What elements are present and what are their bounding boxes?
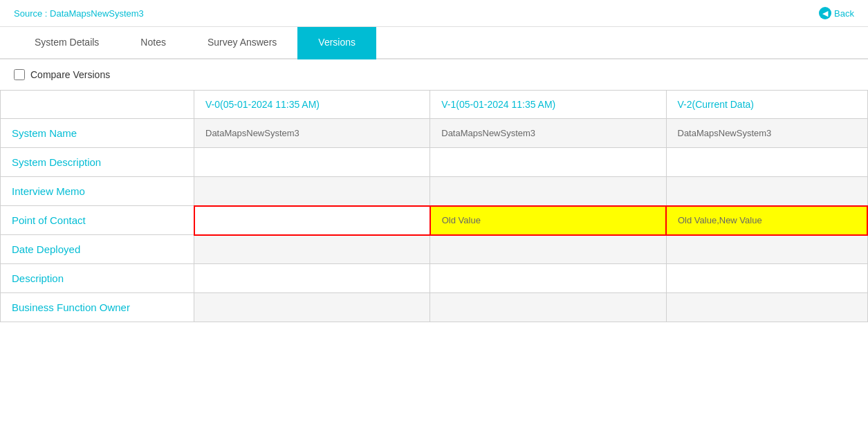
field-label: Description bbox=[1, 264, 194, 293]
cell-v2: Old Value,New Value bbox=[666, 206, 867, 235]
back-arrow-icon: ◀ bbox=[819, 7, 831, 19]
field-label: System Name bbox=[1, 119, 194, 148]
cell-v0 bbox=[194, 235, 430, 264]
field-label: Business Function Owner bbox=[1, 293, 194, 322]
col-header-v0: V-0(05-01-2024 11:35 AM) bbox=[194, 91, 430, 119]
table-row: Date Deployed bbox=[1, 235, 868, 264]
compare-versions-section: Compare Versions bbox=[0, 59, 868, 90]
cell-v0 bbox=[194, 264, 430, 293]
field-label: System Description bbox=[1, 148, 194, 177]
top-bar: Source : DataMapsNewSystem3 ◀ Back bbox=[0, 0, 868, 27]
field-label: Date Deployed bbox=[1, 235, 194, 264]
cell-v2 bbox=[666, 264, 867, 293]
field-label: Interview Memo bbox=[1, 177, 194, 206]
cell-v0 bbox=[194, 148, 430, 177]
tab-versions[interactable]: Versions bbox=[297, 27, 376, 59]
cell-v2 bbox=[666, 293, 867, 322]
col-header-v2: V-2(Current Data) bbox=[666, 91, 867, 119]
tab-system-details[interactable]: System Details bbox=[14, 27, 120, 59]
cell-v0 bbox=[194, 206, 430, 235]
tab-notes[interactable]: Notes bbox=[120, 27, 187, 59]
table-row: Point of ContactOld ValueOld Value,New V… bbox=[1, 206, 868, 235]
cell-v1 bbox=[430, 148, 666, 177]
cell-v0 bbox=[194, 293, 430, 322]
compare-versions-label: Compare Versions bbox=[30, 69, 110, 80]
source-label: Source : DataMapsNewSystem3 bbox=[14, 8, 144, 19]
table-row: Business Function Owner bbox=[1, 293, 868, 322]
table-row: Interview Memo bbox=[1, 177, 868, 206]
cell-v1 bbox=[430, 235, 666, 264]
cell-v0: DataMapsNewSystem3 bbox=[194, 119, 430, 148]
col-header-field bbox=[1, 91, 194, 119]
back-button[interactable]: ◀ Back bbox=[819, 7, 854, 19]
cell-v2 bbox=[666, 177, 867, 206]
cell-v1: DataMapsNewSystem3 bbox=[430, 119, 666, 148]
table-row: Description bbox=[1, 264, 868, 293]
tab-bar: System Details Notes Survey Answers Vers… bbox=[0, 27, 868, 59]
cell-v0 bbox=[194, 177, 430, 206]
versions-table: V-0(05-01-2024 11:35 AM) V-1(05-01-2024 … bbox=[0, 90, 868, 322]
cell-v2: DataMapsNewSystem3 bbox=[666, 119, 867, 148]
cell-v1 bbox=[430, 177, 666, 206]
col-header-v1: V-1(05-01-2024 11:35 AM) bbox=[430, 91, 666, 119]
cell-v2 bbox=[666, 235, 867, 264]
cell-v1 bbox=[430, 264, 666, 293]
table-row: System Description bbox=[1, 148, 868, 177]
cell-v1 bbox=[430, 293, 666, 322]
compare-versions-checkbox[interactable] bbox=[14, 69, 25, 80]
cell-v1: Old Value bbox=[430, 206, 666, 235]
cell-v2 bbox=[666, 148, 867, 177]
table-row: System NameDataMapsNewSystem3DataMapsNew… bbox=[1, 119, 868, 148]
back-label: Back bbox=[834, 8, 854, 19]
field-label: Point of Contact bbox=[1, 206, 194, 235]
tab-survey-answers[interactable]: Survey Answers bbox=[187, 27, 297, 59]
